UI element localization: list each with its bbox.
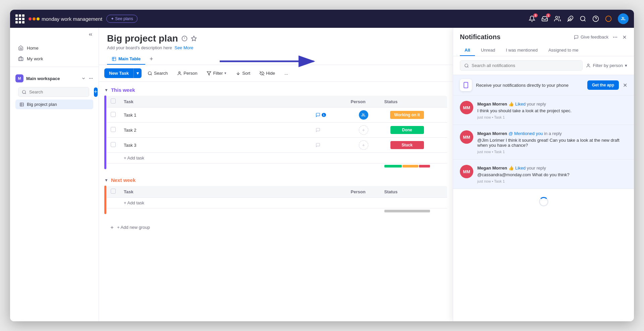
add-board-button[interactable]: + (94, 87, 98, 97)
close-notifications-button[interactable] (622, 35, 627, 40)
row-checkbox[interactable] (111, 127, 116, 132)
apps-icon[interactable] (567, 15, 574, 22)
chat-icon[interactable] (316, 128, 320, 132)
add-new-group-button[interactable]: + Add new group (104, 222, 447, 233)
group-next-week-header[interactable]: ▼ Next week (104, 177, 447, 183)
search-btn-icon (148, 71, 152, 76)
this-week-table: Task Person Status (106, 95, 447, 169)
see-plans-button[interactable]: ✦ See plans (106, 15, 138, 23)
notifications-icon[interactable]: 3 (529, 15, 535, 22)
get-app-button[interactable]: Get the app (587, 80, 619, 90)
workspace-header[interactable]: M Main workspace (13, 72, 96, 84)
row-extra (434, 138, 447, 153)
inbox-icon[interactable]: 1 (541, 15, 548, 22)
notif-tab-mentioned[interactable]: I was mentioned (501, 45, 542, 56)
task-name-cell[interactable]: Task 3 (120, 138, 312, 153)
col-status: Status (380, 186, 434, 198)
new-task-dropdown-arrow[interactable]: ▾ (133, 68, 142, 78)
notif-meta: just now • Task 1 (477, 150, 627, 154)
grid-menu-icon[interactable] (15, 14, 24, 23)
row-checkbox[interactable] (111, 142, 116, 147)
group-color-bar (104, 95, 106, 169)
notifications-search-input[interactable] (472, 63, 578, 68)
add-task-row[interactable]: + Add task (107, 153, 447, 163)
board-info-icon[interactable] (181, 36, 187, 42)
filter-button[interactable]: Filter ▾ (203, 69, 230, 78)
person-filter-button[interactable]: Person (174, 69, 201, 78)
row-extra (434, 123, 447, 138)
board-see-more-link[interactable]: See More (174, 45, 193, 50)
notifications-header: Notifications Give feedback (453, 28, 634, 56)
person-avatar[interactable]: JL (359, 110, 368, 120)
chat-icon[interactable] (316, 113, 320, 117)
filter-person-icon (586, 63, 591, 68)
close-banner-button[interactable]: ✕ (623, 82, 627, 88)
logo-subtext: work management (59, 16, 102, 22)
give-feedback-button[interactable]: Give feedback (574, 35, 608, 40)
board-star-icon[interactable] (191, 36, 197, 42)
sidebar-search-icon (22, 90, 26, 94)
task-name-cell[interactable]: Task 2 (120, 123, 312, 138)
status-badge[interactable]: Working on it (390, 111, 424, 119)
chat-icon[interactable] (316, 143, 320, 147)
notification-item[interactable]: MM Megan Morren 👍 Liked your reply @cass… (453, 159, 634, 189)
hide-button[interactable]: Hide (256, 69, 278, 78)
status-bar-working (402, 165, 418, 168)
row-extra (434, 108, 447, 123)
notification-item[interactable]: MM Megan Morren 👍 Liked your reply I thi… (453, 95, 634, 125)
give-feedback-label: Give feedback (581, 35, 608, 40)
sidebar-item-mywork[interactable]: My work (13, 53, 96, 64)
task-name-cell[interactable]: Task 1 (120, 108, 312, 123)
notif-body: Megan Morren @ Mentioned you in a reply … (477, 130, 627, 154)
notif-meta: just now • Task 1 (477, 179, 627, 183)
palette-icon[interactable] (605, 15, 612, 22)
notif-action: 👍 Liked your reply (508, 166, 546, 171)
toolbar: New Task ▾ Search Person Filter ▾ (99, 65, 453, 82)
group-color-bar-orange (104, 186, 106, 214)
group-this-week-header[interactable]: ▼ This week (104, 87, 447, 93)
workspace-more-icon[interactable] (89, 76, 93, 81)
notif-tab-all[interactable]: All (460, 45, 475, 56)
status-badge[interactable]: Done (390, 126, 424, 134)
notif-tab-unread[interactable]: Unread (476, 45, 500, 56)
board-item-big-project[interactable]: Big project plan (15, 100, 93, 109)
svg-rect-8 (18, 58, 23, 61)
inbox-badge: 1 (546, 13, 550, 17)
person-add-button[interactable]: + (359, 140, 368, 150)
notif-meta: just now • Task 1 (477, 115, 627, 119)
add-task-button[interactable]: + Add task (120, 198, 434, 208)
sort-button[interactable]: Sort (232, 69, 254, 78)
board-icon (19, 102, 24, 107)
collapse-sidebar-button[interactable] (88, 32, 93, 39)
select-all-checkbox[interactable] (111, 189, 116, 194)
sidebar-search-input[interactable] (29, 89, 86, 94)
status-bar-done (384, 165, 402, 168)
people-icon[interactable] (554, 15, 561, 22)
search-button[interactable]: Search (144, 69, 171, 78)
svg-rect-42 (464, 82, 468, 88)
select-all-checkbox[interactable] (111, 98, 116, 104)
search-icon[interactable] (580, 15, 586, 22)
sidebar-item-home[interactable]: Home (13, 43, 96, 53)
sidebar-divider (10, 67, 99, 67)
sidebar-search-container (18, 87, 89, 97)
board-subtitle-text: Add your board's description here (107, 45, 172, 50)
add-tab-button[interactable]: + (147, 55, 156, 64)
status-badge[interactable]: Stuck (390, 141, 424, 149)
close-icon (622, 35, 627, 40)
filter-by-person-button[interactable]: Filter by person ▾ (586, 63, 627, 68)
tab-main-table[interactable]: Main Table (107, 54, 145, 65)
new-task-button[interactable]: New Task ▾ (104, 68, 142, 78)
help-icon[interactable] (592, 15, 599, 22)
person-add-button[interactable]: + (359, 125, 368, 135)
user-avatar[interactable]: JL (618, 13, 629, 24)
table-row: Task 3 + (107, 138, 447, 153)
phone-banner-text: Receive your notifications directly to y… (476, 83, 583, 88)
add-task-button[interactable]: + Add task (120, 153, 434, 163)
notif-tab-assigned[interactable]: Assigned to me (544, 45, 583, 56)
row-checkbox[interactable] (111, 112, 116, 117)
add-task-row[interactable]: + Add task (107, 198, 447, 208)
more-options-button[interactable]: ... (281, 69, 291, 78)
notification-item[interactable]: MM Megan Morren @ Mentioned you in a rep… (453, 125, 634, 159)
notifications-more-button[interactable] (612, 35, 618, 40)
